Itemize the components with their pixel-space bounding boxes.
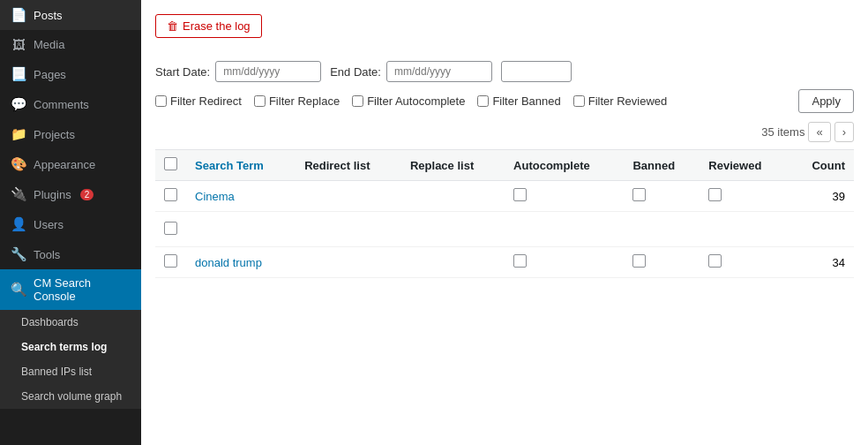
row-term: donald trump	[186, 247, 296, 278]
filter-autocomplete-label[interactable]: Filter Autocomplete	[352, 94, 465, 108]
sidebar-item-projects[interactable]: 📁 Projects	[0, 119, 141, 149]
search-terms-table: Search Term Redirect list Replace list A…	[155, 149, 854, 278]
filter-replace-checkbox[interactable]	[254, 95, 266, 107]
extra-filter-input[interactable]	[501, 61, 572, 82]
row-reviewed	[700, 181, 789, 212]
sidebar-item-label: Projects	[34, 128, 75, 141]
sidebar-item-comments[interactable]: 💬 Comments	[0, 89, 141, 119]
filter-reviewed-checkbox[interactable]	[573, 95, 585, 107]
col-redirect-list: Redirect list	[296, 150, 401, 181]
banned-checkbox[interactable]	[632, 188, 646, 201]
filter-banned-label[interactable]: Filter Banned	[477, 94, 560, 108]
sidebar-item-tools[interactable]: 🔧 Tools	[0, 239, 141, 269]
table-body: Cinema 39	[155, 181, 854, 278]
apply-button[interactable]: Apply	[798, 89, 854, 113]
sidebar-item-label: Appearance	[34, 158, 95, 171]
col-replace-list: Replace list	[401, 150, 505, 181]
erase-log-label: Erase the log	[183, 19, 251, 33]
sidebar: 📄 Posts 🖼 Media 📃 Pages 💬 Comments 📁 Pro…	[0, 0, 141, 445]
table-row: Cinema 39	[155, 181, 854, 212]
erase-log-button[interactable]: 🗑 Erase the log	[155, 14, 262, 38]
checkboxes-row: Filter Redirect Filter Replace Filter Au…	[155, 89, 854, 113]
prev-page-button[interactable]: «	[808, 122, 830, 142]
row-count: 39	[789, 181, 854, 212]
search-term-sort[interactable]: Search Term	[195, 159, 264, 172]
select-all-col	[155, 150, 186, 181]
col-autocomplete: Autocomplete	[505, 150, 624, 181]
pagination-row: 35 items « ›	[155, 122, 854, 142]
row-checkbox[interactable]	[164, 222, 177, 235]
sidebar-item-users[interactable]: 👤 Users	[0, 209, 141, 239]
filter-redirect-checkbox[interactable]	[155, 95, 167, 107]
posts-icon: 📄	[11, 7, 26, 23]
content-area: 🗑 Erase the log Start Date: End Date: Fi…	[141, 0, 868, 445]
sidebar-item-label: Tools	[34, 248, 60, 261]
start-date-input[interactable]	[215, 61, 321, 82]
trash-icon: 🗑	[167, 19, 178, 33]
sidebar-item-media[interactable]: 🖼 Media	[0, 30, 141, 59]
col-reviewed: Reviewed	[700, 150, 789, 181]
next-page-button[interactable]: ›	[834, 122, 854, 142]
users-icon: 👤	[11, 216, 26, 232]
row-cb	[155, 247, 186, 278]
row-cb	[155, 212, 186, 247]
projects-icon: 📁	[11, 126, 26, 142]
sidebar-item-posts[interactable]: 📄 Posts	[0, 0, 141, 30]
term-link[interactable]: Cinema	[195, 190, 235, 203]
select-all-checkbox[interactable]	[164, 157, 177, 170]
sidebar-item-label: Plugins	[34, 188, 71, 201]
row-autocomplete	[505, 247, 624, 278]
row-checkbox[interactable]	[164, 254, 177, 268]
row-checkbox[interactable]	[164, 188, 177, 201]
table-row: donald trump 34	[155, 247, 854, 278]
filter-banned-checkbox[interactable]	[477, 95, 489, 107]
sidebar-item-label: Comments	[34, 98, 89, 111]
filter-redirect-label[interactable]: Filter Redirect	[155, 94, 242, 108]
sidebar-item-label: Pages	[34, 68, 66, 81]
table-header: Search Term Redirect list Replace list A…	[155, 150, 854, 181]
filter-reviewed-label[interactable]: Filter Reviewed	[573, 94, 668, 108]
sidebar-sub-item-search-terms-log[interactable]: Search terms log	[0, 335, 141, 359]
sidebar-sub-item-search-volume-graph[interactable]: Search volume graph	[0, 384, 141, 409]
comments-icon: 💬	[11, 96, 26, 112]
sidebar-item-cm-search-console[interactable]: 🔍 CM Search Console	[0, 269, 141, 310]
plugins-icon: 🔌	[11, 186, 26, 202]
sidebar-item-label: Posts	[34, 9, 63, 22]
sidebar-item-plugins[interactable]: 🔌 Plugins 2	[0, 179, 141, 209]
autocomplete-checkbox[interactable]	[513, 188, 527, 201]
row-reviewed	[700, 247, 789, 278]
end-date-input[interactable]	[386, 61, 492, 82]
col-search-term: Search Term	[186, 150, 296, 181]
items-count: 35 items	[761, 125, 804, 139]
sidebar-sub-item-dashboards[interactable]: Dashboards	[0, 310, 141, 335]
reviewed-checkbox[interactable]	[708, 254, 722, 268]
pages-icon: 📃	[11, 66, 26, 82]
media-icon: 🖼	[11, 37, 26, 52]
row-cb	[155, 181, 186, 212]
row-term: Cinema	[186, 181, 296, 212]
sidebar-item-label: CM Search Console	[34, 276, 131, 303]
end-date-group: End Date:	[330, 61, 492, 82]
row-replace	[401, 181, 505, 212]
row-count: 34	[789, 247, 854, 278]
autocomplete-checkbox[interactable]	[513, 254, 527, 268]
filter-autocomplete-checkbox[interactable]	[352, 95, 363, 107]
row-autocomplete	[505, 181, 624, 212]
sidebar-item-label: Users	[34, 218, 64, 231]
start-date-label: Start Date:	[155, 65, 210, 79]
col-count: Count	[789, 150, 854, 181]
row-banned	[624, 247, 700, 278]
reviewed-checkbox[interactable]	[708, 188, 722, 201]
term-link[interactable]: donald trump	[195, 256, 262, 269]
row-banned	[624, 181, 700, 212]
tools-icon: 🔧	[11, 246, 26, 262]
badge-plugins: 2	[80, 189, 94, 200]
sidebar-item-appearance[interactable]: 🎨 Appearance	[0, 149, 141, 179]
row-redirect	[296, 181, 401, 212]
filter-replace-label[interactable]: Filter Replace	[254, 94, 340, 108]
table-row	[155, 212, 854, 247]
end-date-label: End Date:	[330, 65, 381, 79]
banned-checkbox[interactable]	[632, 254, 646, 268]
sidebar-item-pages[interactable]: 📃 Pages	[0, 59, 141, 89]
sidebar-sub-item-banned-ips-list[interactable]: Banned IPs list	[0, 359, 141, 384]
